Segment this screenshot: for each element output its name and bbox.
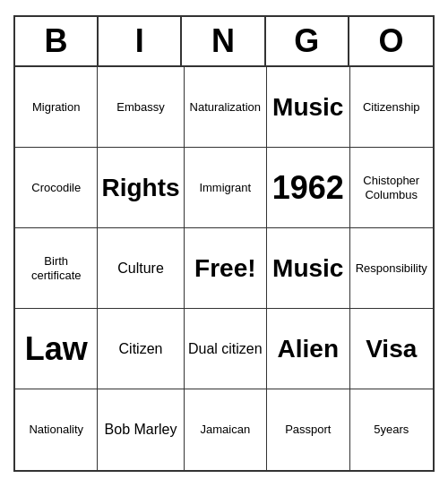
bingo-cell: Alien [267,309,349,389]
cell-text: Rights [101,173,179,203]
cell-text: Responsibility [356,261,427,276]
bingo-cell: 5years [350,389,433,470]
cell-text: Birth certificate [19,254,93,282]
cell-text: Visa [366,334,417,364]
cell-text: 5years [374,423,409,437]
header-letter: N [182,17,265,65]
bingo-cell: Dual citizen [185,309,267,389]
bingo-cell: Immigrant [185,148,267,228]
cell-text: Chistopher Columbus [354,174,429,201]
bingo-card: BINGO MigrationEmbassyNaturalizationMusi… [13,15,435,472]
header-letter: I [99,17,182,65]
bingo-cell: Migration [15,67,98,148]
bingo-cell: Bob Marley [98,389,184,470]
bingo-cell: Embassy [98,67,184,148]
bingo-cell: Responsibility [350,228,433,309]
header-letter: O [349,17,433,65]
bingo-header: BINGO [15,17,433,67]
bingo-cell: Naturalization [185,67,267,148]
cell-text: Embassy [116,100,164,115]
bingo-cell: Nationality [15,389,98,470]
bingo-cell: Jamaican [185,389,267,470]
bingo-cell: Rights [98,148,184,228]
cell-text: 1962 [272,168,344,207]
bingo-cell: Free! [185,228,267,309]
cell-text: Citizen [119,340,163,357]
bingo-cell: 1962 [267,148,349,228]
cell-text: Bob Marley [105,421,177,438]
cell-text: Free! [194,253,255,284]
bingo-cell: Crocodile [15,148,98,228]
cell-text: Immigrant [199,181,251,195]
bingo-cell: Chistopher Columbus [350,148,433,228]
cell-text: Dual citizen [188,340,263,357]
bingo-cell: Culture [98,228,184,309]
cell-text: Music [272,92,343,123]
bingo-cell: Birth certificate [15,228,98,309]
cell-text: Alien [278,334,339,364]
bingo-cell: Law [15,309,98,389]
header-letter: G [266,17,349,65]
header-letter: B [15,17,99,65]
bingo-cell: Citizen [98,309,184,389]
bingo-cell: Visa [350,309,433,389]
cell-text: Law [25,329,88,368]
cell-text: Jamaican [200,423,250,437]
cell-text: Citizenship [363,100,420,115]
bingo-grid: MigrationEmbassyNaturalizationMusicCitiz… [15,67,433,470]
cell-text: Crocodile [31,181,81,195]
cell-text: Naturalization [190,100,262,115]
cell-text: Nationality [29,423,83,437]
cell-text: Migration [32,100,80,115]
bingo-cell: Music [267,67,349,148]
cell-text: Culture [117,260,164,277]
cell-text: Music [272,253,343,284]
bingo-cell: Passport [267,389,349,470]
cell-text: Passport [285,423,331,437]
bingo-cell: Citizenship [350,67,433,148]
bingo-cell: Music [267,228,349,309]
